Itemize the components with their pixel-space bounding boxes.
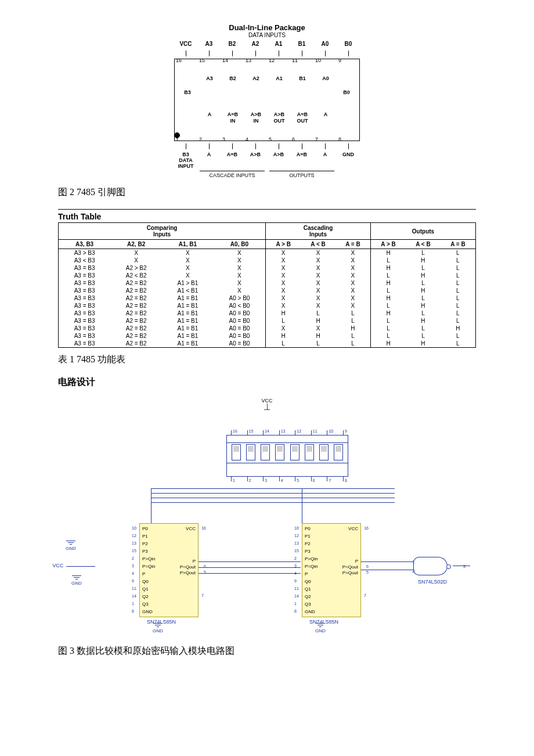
- tt-cell: X: [214, 249, 266, 257]
- tt-cell: X: [266, 272, 301, 279]
- chip-inner-label: A0: [314, 75, 337, 82]
- ic-pin-label: VCC: [186, 526, 196, 531]
- ic-pin-num: 9: [294, 579, 297, 583]
- pin-bot-label: A: [197, 152, 221, 157]
- tt-cell: A0 = B0: [214, 309, 266, 317]
- tt-cell: X: [301, 294, 335, 302]
- tt-cell: L: [441, 332, 476, 340]
- vcc-rail-label: VCC: [52, 563, 64, 568]
- tt-cell: H: [441, 325, 476, 332]
- ic-pin-num: 14: [132, 594, 136, 598]
- tt-cell: L: [406, 279, 441, 287]
- ic-pin-num: 6: [366, 564, 369, 568]
- ic-pin-label: P: [142, 571, 145, 577]
- pin-top-label: B0: [337, 40, 360, 48]
- chip-inner-label: A=B OUT: [291, 111, 314, 124]
- tt-cell: A2 = B2: [110, 279, 162, 287]
- dip-pin-num: 11: [313, 429, 317, 433]
- tt-cell: X: [301, 302, 335, 309]
- tt-cell: L: [441, 264, 476, 272]
- tt-cell: X: [335, 279, 371, 287]
- ic-pin-label: P0: [305, 526, 311, 531]
- ic-pin-num: 16: [364, 526, 369, 530]
- pin-number: 4: [246, 136, 248, 142]
- tt-cell: L: [441, 340, 476, 348]
- chip-inner-label: A1: [268, 75, 291, 82]
- tt-cell: X: [214, 264, 266, 272]
- ic-pin-label: P: [305, 571, 308, 577]
- dip-switch-toggle: [261, 444, 270, 460]
- tt-cell: X: [266, 302, 301, 309]
- pin-number: 1: [176, 136, 179, 142]
- tt-cell: X: [214, 272, 266, 279]
- tt-cell: L: [335, 309, 371, 317]
- nor-gate: 1 2 3 SN74LS02D: [418, 557, 459, 578]
- dip-pin-num: 9: [345, 429, 347, 433]
- ic-pin-label: P7: [355, 559, 358, 564]
- tt-cell: L: [406, 332, 441, 340]
- tt-cell: A2 = B2: [110, 302, 162, 309]
- ic-pin-label: Q2: [305, 594, 311, 599]
- tt-cell: A3 = B3: [59, 287, 111, 294]
- tt-cell: H: [370, 294, 406, 302]
- vcc-symbol: VCC: [261, 398, 273, 410]
- tt-cell: X: [266, 264, 301, 272]
- dip-switch-toggle: [334, 444, 343, 460]
- ic-pin-num: 7: [201, 593, 204, 597]
- ic-pin-num: 15: [132, 549, 136, 553]
- pin-top-label: A0: [313, 40, 337, 48]
- ic-pin-label: P1: [142, 534, 148, 539]
- tt-cell: A2 > B2: [110, 264, 162, 272]
- pin-number: 7: [315, 136, 318, 142]
- tt-cell: A0 = B0: [214, 332, 266, 340]
- tt-col-header: A1, B1: [162, 240, 214, 249]
- tt-cell: L: [441, 317, 476, 325]
- pin-number: 8: [338, 136, 341, 142]
- tt-cell: A2 = B2: [110, 317, 162, 325]
- tt-cell: L: [406, 249, 441, 257]
- tt-cell: X: [335, 302, 371, 309]
- dip-pin-num: 3: [265, 478, 267, 483]
- tt-cell: A3 = B3: [59, 332, 111, 340]
- ic-pin-label: P2: [142, 541, 148, 546]
- tt-cell: L: [266, 317, 301, 325]
- tt-col-header: A < B: [301, 240, 335, 249]
- ic-pin-num: 13: [294, 541, 299, 545]
- tt-cell: L: [370, 332, 406, 340]
- pin-top-label: VCC: [174, 40, 197, 48]
- ic-pin-num: 9: [132, 579, 134, 583]
- tt-cell: X: [266, 325, 301, 332]
- dip-switch-toggle: [305, 444, 314, 460]
- ic-pin-num: 4: [132, 571, 134, 575]
- tt-cell: H: [301, 317, 335, 325]
- tt-cell: H: [406, 272, 441, 279]
- dip-pin-num: 2: [249, 478, 251, 483]
- tt-col-header: A > B: [266, 240, 301, 249]
- pinout-title: Dual-In-Line Package: [58, 23, 476, 32]
- dip-pin-num: 15: [249, 429, 254, 433]
- tt-cell: A3 = B3: [59, 317, 111, 325]
- chip-inner-label: A: [198, 111, 221, 118]
- tt-cell: A0 = B0: [214, 340, 266, 348]
- dip-switch-toggle: [232, 444, 241, 460]
- chip-inner-label: A: [314, 111, 337, 118]
- tt-cell: H: [370, 340, 406, 348]
- gnd-symbol-ic1: GND: [151, 623, 165, 633]
- pin-bot-label: A>B: [267, 152, 290, 157]
- tt-col-header: A > B: [370, 240, 406, 249]
- ic-pin-num: 8: [294, 609, 297, 613]
- ic-pin-label: P=Qout: [180, 564, 196, 570]
- ic-pin-num: 8: [132, 609, 134, 613]
- chip-inner-label: B1: [291, 75, 314, 82]
- pin-number: 2: [199, 136, 202, 142]
- tt-cell: L: [441, 302, 476, 309]
- tt-cell: X: [266, 279, 301, 287]
- tt-cell: L: [406, 309, 441, 317]
- tt-cell: L: [370, 257, 406, 264]
- ic-pin-num: 11: [294, 586, 299, 591]
- tt-cell: A3 = B3: [59, 294, 111, 302]
- tt-cell: A0 = B0: [214, 317, 266, 325]
- tt-cell: A0 > B0: [214, 294, 266, 302]
- tt-cell: H: [266, 332, 301, 340]
- tt-cell: L: [406, 294, 441, 302]
